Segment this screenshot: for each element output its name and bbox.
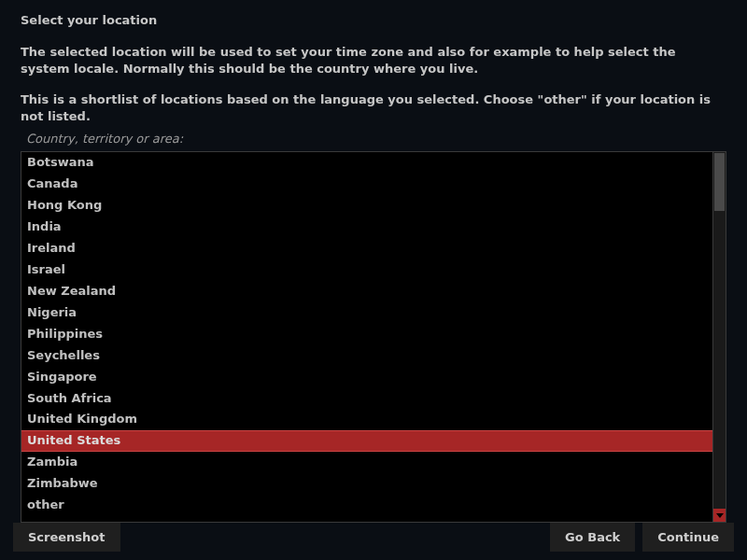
screenshot-button[interactable]: Screenshot [13, 523, 120, 552]
list-item[interactable]: South Africa [21, 388, 726, 410]
list-item[interactable]: Hong Kong [21, 195, 726, 217]
footer: Screenshot Go Back Continue [0, 513, 747, 560]
continue-button[interactable]: Continue [642, 523, 734, 552]
footer-right: Go Back Continue [550, 523, 734, 552]
list-item[interactable]: New Zealand [21, 281, 726, 302]
scrollbar-thumb[interactable] [714, 153, 725, 211]
list-item[interactable]: Ireland [21, 238, 726, 259]
field-label: Country, territory or area: [0, 124, 747, 149]
list-item[interactable]: United States [21, 430, 726, 452]
location-listbox-container: BotswanaCanadaHong KongIndiaIrelandIsrae… [21, 151, 726, 523]
scrollbar[interactable] [712, 151, 726, 523]
list-item[interactable]: India [21, 217, 726, 238]
list-item[interactable]: Philippines [21, 324, 726, 345]
list-item[interactable]: Singapore [21, 367, 726, 388]
description-text-2: This is a shortlist of locations based o… [0, 77, 747, 124]
description-text: The selected location will be used to se… [0, 35, 747, 77]
location-listbox[interactable]: BotswanaCanadaHong KongIndiaIrelandIsrae… [21, 151, 726, 523]
list-item[interactable]: Zimbabwe [21, 473, 726, 495]
list-item[interactable]: Zambia [21, 452, 726, 473]
list-item[interactable]: Nigeria [21, 302, 726, 324]
list-item[interactable]: United Kingdom [21, 409, 726, 430]
list-item[interactable]: Israel [21, 259, 726, 281]
list-item[interactable]: Canada [21, 174, 726, 195]
list-item[interactable]: Seychelles [21, 345, 726, 367]
go-back-button[interactable]: Go Back [550, 523, 635, 552]
page-title: Select your location [0, 0, 747, 35]
list-item[interactable]: Botswana [21, 152, 726, 174]
